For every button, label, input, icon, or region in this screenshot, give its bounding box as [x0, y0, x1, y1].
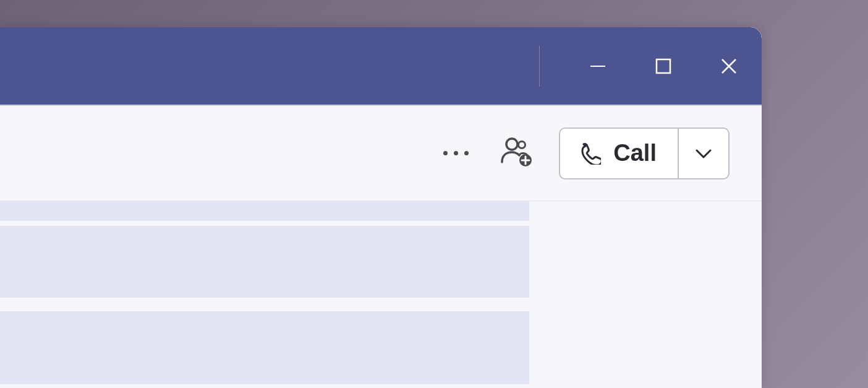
maximize-icon: [655, 58, 672, 75]
call-button[interactable]: Call: [560, 129, 678, 178]
app-window: Call: [0, 27, 762, 388]
more-options-button[interactable]: [437, 145, 475, 162]
svg-rect-1: [657, 59, 670, 73]
message-placeholder: [0, 201, 529, 221]
more-icon: [464, 151, 469, 155]
call-split-button: Call: [559, 127, 730, 179]
window-controls: [565, 27, 762, 105]
minimize-icon: [589, 58, 606, 75]
svg-point-5: [519, 141, 525, 148]
chevron-down-icon: [694, 144, 713, 163]
message-area: [0, 201, 762, 388]
close-button[interactable]: [696, 27, 762, 105]
more-icon: [443, 151, 448, 155]
call-button-label: Call: [613, 140, 657, 166]
add-people-icon: [501, 137, 533, 167]
call-options-button[interactable]: [678, 129, 728, 178]
add-people-button[interactable]: [496, 132, 538, 175]
phone-icon: [579, 142, 601, 165]
titlebar-divider: [539, 46, 540, 87]
close-icon: [720, 58, 738, 75]
chat-header: Call: [0, 106, 762, 201]
minimize-button[interactable]: [565, 27, 631, 105]
titlebar: [0, 27, 762, 105]
more-icon: [454, 151, 458, 155]
message-placeholder: [0, 311, 529, 384]
message-placeholder: [0, 226, 529, 298]
maximize-button[interactable]: [631, 27, 696, 105]
svg-point-4: [506, 139, 517, 150]
